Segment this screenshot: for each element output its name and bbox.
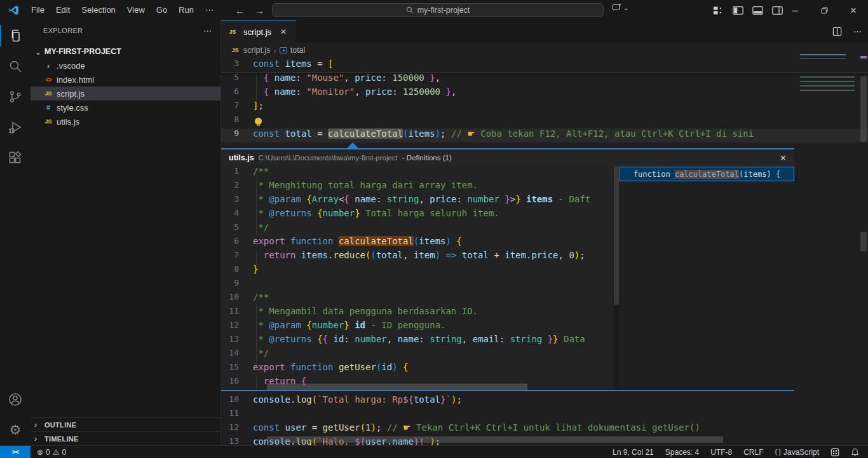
code-line-11[interactable]: 11 * Mengambil data pengguna berdasarkan…: [221, 306, 613, 320]
copilot-menu[interactable]: ⌄: [611, 3, 628, 13]
section-timeline[interactable]: ›TIMELINE: [31, 431, 220, 445]
sidebar-sections: ›OUTLINE›TIMELINE: [31, 417, 220, 445]
code-line-11[interactable]: 11: [221, 408, 868, 422]
code-line-2[interactable]: 2 * Menghitung total harga dari array it…: [221, 180, 613, 194]
restore-button[interactable]: [810, 0, 839, 20]
extensions-icon[interactable]: [0, 142, 31, 173]
tab-script-js[interactable]: JS script.js ✕: [221, 20, 296, 43]
vscode-logo-icon: [8, 4, 19, 16]
run-debug-icon[interactable]: [0, 112, 31, 142]
code-line-9[interactable]: 9: [221, 278, 613, 292]
code-lines-top: 3const items = [5 { name: "Mouse", price…: [221, 59, 868, 142]
remote-indicator[interactable]: ><: [0, 446, 31, 458]
problems-status[interactable]: ⊗ 0 ⚠ 0: [37, 448, 66, 457]
code-line-14[interactable]: 14 */: [221, 348, 613, 362]
lightbulb-icon[interactable]: [255, 118, 262, 125]
forward-arrow-icon[interactable]: →: [255, 5, 264, 16]
toggle-panel-icon[interactable]: [752, 6, 763, 15]
section-outline[interactable]: ›OUTLINE: [31, 417, 220, 431]
settings-gear-icon[interactable]: ⚙: [0, 415, 31, 445]
search-icon: [406, 6, 414, 14]
project-root-folder[interactable]: ⌄ MY-FIRST-PROJECT: [31, 45, 220, 59]
customize-layout-icon[interactable]: [713, 6, 724, 15]
code-line-5[interactable]: 5 */: [221, 222, 613, 236]
chevron-right-icon: ›: [34, 420, 43, 429]
activity-bar: ⚙: [0, 20, 31, 445]
grid-status-icon[interactable]: [831, 448, 839, 457]
menu-overflow-icon[interactable]: ⋯: [200, 3, 219, 17]
language-mode[interactable]: { } JavaScript: [775, 448, 820, 457]
notifications-bell-icon[interactable]: [851, 448, 859, 457]
menu-go[interactable]: Go: [151, 3, 173, 17]
indent-setting[interactable]: Spaces: 4: [665, 448, 699, 457]
file-script.js[interactable]: JSscript.js: [31, 87, 220, 101]
code-line-6[interactable]: 6export function calculateTotal(items) {: [221, 236, 613, 250]
braces-icon: { }: [775, 448, 781, 455]
code-line-10[interactable]: 10console.log(`Total harga: Rp${total}`)…: [221, 394, 868, 408]
code-line-6[interactable]: 6 { name: "Monitor", price: 1250000 },: [221, 87, 868, 101]
code-line-7[interactable]: 7];: [221, 101, 868, 114]
file-style.css[interactable]: #style.css: [31, 101, 220, 114]
search-icon[interactable]: [0, 51, 31, 81]
chevron-right-icon: ›: [43, 61, 53, 71]
code-line-8[interactable]: 8: [221, 114, 868, 128]
cursor-position[interactable]: Ln 9, Col 21: [613, 448, 654, 457]
code-line-15[interactable]: 15export function getUser(id) {: [221, 362, 613, 376]
scrollbar-decoration: [860, 232, 867, 251]
chevron-down-icon: ⌄: [623, 4, 628, 11]
peek-code-editor: 1/**2 * Menghitung total harga dari arra…: [221, 166, 613, 390]
code-line-9[interactable]: 9const total = calculateTotal(items); //…: [221, 128, 868, 142]
eol-setting[interactable]: CRLF: [743, 448, 763, 457]
menu-file[interactable]: File: [25, 3, 50, 17]
menu-view[interactable]: View: [121, 3, 151, 17]
file-utils.js[interactable]: JSutils.js: [31, 114, 220, 128]
file-.vscode[interactable]: ›.vscode: [31, 59, 220, 73]
editor-horizontal-scrollbar[interactable]: [267, 436, 723, 443]
encoding[interactable]: UTF-8: [710, 448, 732, 457]
code-line-1[interactable]: 1/**: [221, 166, 613, 180]
breadcrumb-file[interactable]: script.js: [243, 46, 270, 55]
menu-run[interactable]: Run: [173, 3, 200, 17]
warning-count: 0: [62, 448, 67, 457]
chevron-down-icon: ⌄: [33, 47, 43, 57]
file-index.html[interactable]: <>index.html: [31, 73, 220, 87]
sidebar-more-actions-icon[interactable]: ⋯: [203, 26, 212, 36]
peek-definition-widget: utils.js C:\Users\L\Documents\bwa\my-fir…: [221, 148, 794, 391]
close-peek-icon[interactable]: ✕: [780, 149, 787, 166]
js-file-icon: JS: [227, 29, 238, 35]
editor-vertical-scrollbar[interactable]: [859, 54, 868, 445]
breadcrumb: JS script.js › total: [221, 43, 868, 58]
reference-item[interactable]: function calculateTotal(items) {: [620, 167, 794, 181]
editor-more-actions-icon[interactable]: ⋯: [853, 27, 862, 36]
toggle-primary-sidebar-icon[interactable]: [733, 6, 743, 15]
code-line-8[interactable]: 8}: [221, 264, 613, 278]
menu-edit[interactable]: Edit: [50, 3, 76, 17]
code-line-5[interactable]: 5 { name: "Mouse", price: 150000 },: [221, 73, 868, 87]
vscode-window: FileEditSelectionViewGoRun⋯ ← → my-first…: [0, 0, 868, 458]
breadcrumb-symbol[interactable]: total: [290, 46, 306, 55]
source-control-icon[interactable]: [0, 81, 31, 112]
explorer-sidebar: EXPLORER ⋯ ⌄ MY-FIRST-PROJECT ›.vscode<>…: [31, 20, 221, 445]
peek-vertical-scrollbar[interactable]: [613, 166, 620, 390]
file-label: script.js: [57, 89, 85, 99]
code-line-3[interactable]: 3 * @param {Array<{ name: string, price:…: [221, 194, 613, 208]
explorer-icon[interactable]: [0, 20, 31, 51]
code-line-12[interactable]: 12const user = getUser(1); // ☛ Tekan Ct…: [221, 422, 868, 436]
minimize-button[interactable]: ─: [780, 0, 810, 20]
code-line-10[interactable]: 10/**: [221, 292, 613, 306]
menu-selection[interactable]: Selection: [76, 3, 121, 17]
accounts-icon[interactable]: [0, 384, 31, 415]
close-window-button[interactable]: ✕: [839, 0, 868, 20]
code-line-3[interactable]: 3const items = [: [221, 59, 868, 73]
code-line-4[interactable]: 4 * @returns {number} Total harga seluru…: [221, 208, 613, 222]
sidebar-title: EXPLORER: [43, 27, 83, 34]
split-editor-icon[interactable]: [832, 27, 842, 36]
command-center-search[interactable]: my-first-project: [272, 3, 604, 17]
peek-horizontal-scrollbar[interactable]: [267, 384, 527, 390]
code-line-12[interactable]: 12 * @param {number} id - ID pengguna.: [221, 320, 613, 334]
close-tab-icon[interactable]: ✕: [280, 27, 287, 36]
code-line-7[interactable]: 7 return items.reduce((total, item) => t…: [221, 250, 613, 264]
code-line-13[interactable]: 13 * @returns {{ id: number, name: strin…: [221, 334, 613, 348]
back-arrow-icon[interactable]: ←: [235, 5, 245, 16]
css-file-icon: #: [43, 104, 53, 111]
